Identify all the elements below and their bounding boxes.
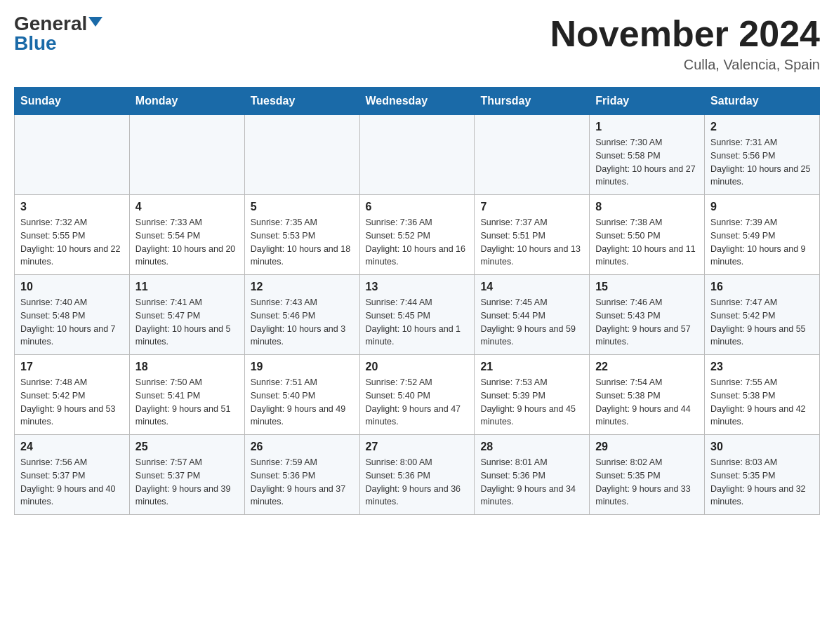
calendar-cell: 14Sunrise: 7:45 AMSunset: 5:44 PMDayligh… [475, 275, 590, 355]
calendar-cell: 25Sunrise: 7:57 AMSunset: 5:37 PMDayligh… [129, 435, 244, 515]
day-info: Sunrise: 7:38 AMSunset: 5:50 PMDaylight:… [595, 216, 699, 269]
day-info: Sunrise: 7:33 AMSunset: 5:54 PMDaylight:… [135, 216, 239, 269]
month-title: November 2024 [550, 14, 820, 54]
day-info: Sunrise: 7:50 AMSunset: 5:41 PMDaylight:… [135, 376, 239, 429]
calendar-cell: 4Sunrise: 7:33 AMSunset: 5:54 PMDaylight… [129, 195, 244, 275]
calendar-cell: 27Sunrise: 8:00 AMSunset: 5:36 PMDayligh… [359, 435, 475, 515]
calendar-cell: 29Sunrise: 8:02 AMSunset: 5:35 PMDayligh… [590, 435, 705, 515]
day-info: Sunrise: 7:32 AMSunset: 5:55 PMDaylight:… [20, 216, 124, 269]
day-number: 7 [480, 201, 583, 213]
calendar-cell: 11Sunrise: 7:41 AMSunset: 5:47 PMDayligh… [129, 275, 244, 355]
day-number: 20 [366, 361, 469, 373]
calendar-week-row: 24Sunrise: 7:56 AMSunset: 5:37 PMDayligh… [15, 435, 820, 515]
day-number: 5 [251, 201, 354, 213]
day-number: 30 [710, 441, 814, 453]
calendar-cell: 7Sunrise: 7:37 AMSunset: 5:51 PMDaylight… [475, 195, 590, 275]
calendar-cell: 9Sunrise: 7:39 AMSunset: 5:49 PMDaylight… [705, 195, 820, 275]
day-info: Sunrise: 7:41 AMSunset: 5:47 PMDaylight:… [135, 296, 239, 349]
day-number: 15 [595, 281, 699, 293]
day-info: Sunrise: 7:59 AMSunset: 5:36 PMDaylight:… [251, 456, 354, 509]
calendar-cell: 6Sunrise: 7:36 AMSunset: 5:52 PMDaylight… [359, 195, 475, 275]
day-info: Sunrise: 8:03 AMSunset: 5:35 PMDaylight:… [710, 456, 814, 509]
day-info: Sunrise: 7:56 AMSunset: 5:37 PMDaylight:… [20, 456, 124, 509]
logo-blue: Blue [14, 34, 57, 53]
column-header-sunday: Sunday [15, 88, 130, 115]
day-info: Sunrise: 7:47 AMSunset: 5:42 PMDaylight:… [710, 296, 814, 349]
calendar-cell: 3Sunrise: 7:32 AMSunset: 5:55 PMDaylight… [15, 195, 130, 275]
calendar-week-row: 17Sunrise: 7:48 AMSunset: 5:42 PMDayligh… [15, 355, 820, 435]
day-number: 8 [595, 201, 699, 213]
calendar-cell: 15Sunrise: 7:46 AMSunset: 5:43 PMDayligh… [590, 275, 705, 355]
day-info: Sunrise: 7:45 AMSunset: 5:44 PMDaylight:… [480, 296, 583, 349]
column-header-wednesday: Wednesday [359, 88, 475, 115]
day-info: Sunrise: 7:57 AMSunset: 5:37 PMDaylight:… [135, 456, 239, 509]
day-info: Sunrise: 7:36 AMSunset: 5:52 PMDaylight:… [366, 216, 469, 269]
column-header-saturday: Saturday [705, 88, 820, 115]
calendar-cell [359, 115, 475, 195]
calendar-cell: 13Sunrise: 7:44 AMSunset: 5:45 PMDayligh… [359, 275, 475, 355]
calendar-cell: 12Sunrise: 7:43 AMSunset: 5:46 PMDayligh… [244, 275, 359, 355]
column-header-monday: Monday [129, 88, 244, 115]
logo: General Blue [14, 14, 102, 53]
day-info: Sunrise: 7:43 AMSunset: 5:46 PMDaylight:… [251, 296, 354, 349]
day-info: Sunrise: 7:46 AMSunset: 5:43 PMDaylight:… [595, 296, 699, 349]
calendar-cell: 1Sunrise: 7:30 AMSunset: 5:58 PMDaylight… [590, 115, 705, 195]
day-info: Sunrise: 7:52 AMSunset: 5:40 PMDaylight:… [366, 376, 469, 429]
day-number: 28 [480, 441, 583, 453]
day-info: Sunrise: 7:31 AMSunset: 5:56 PMDaylight:… [710, 136, 814, 189]
day-number: 24 [20, 441, 124, 453]
day-info: Sunrise: 7:37 AMSunset: 5:51 PMDaylight:… [480, 216, 583, 269]
day-number: 9 [710, 201, 814, 213]
calendar-cell [475, 115, 590, 195]
calendar-cell [129, 115, 244, 195]
day-number: 16 [710, 281, 814, 293]
calendar-cell: 30Sunrise: 8:03 AMSunset: 5:35 PMDayligh… [705, 435, 820, 515]
day-number: 11 [135, 281, 239, 293]
day-info: Sunrise: 7:39 AMSunset: 5:49 PMDaylight:… [710, 216, 814, 269]
calendar-cell: 17Sunrise: 7:48 AMSunset: 5:42 PMDayligh… [15, 355, 130, 435]
day-number: 12 [251, 281, 354, 293]
day-number: 23 [710, 361, 814, 373]
day-number: 25 [135, 441, 239, 453]
logo-triangle-icon [88, 17, 102, 27]
day-number: 22 [595, 361, 699, 373]
calendar-cell: 28Sunrise: 8:01 AMSunset: 5:36 PMDayligh… [475, 435, 590, 515]
calendar-cell: 2Sunrise: 7:31 AMSunset: 5:56 PMDaylight… [705, 115, 820, 195]
day-info: Sunrise: 7:55 AMSunset: 5:38 PMDaylight:… [710, 376, 814, 429]
day-info: Sunrise: 8:00 AMSunset: 5:36 PMDaylight:… [366, 456, 469, 509]
calendar-table: SundayMondayTuesdayWednesdayThursdayFrid… [14, 87, 820, 515]
calendar-week-row: 3Sunrise: 7:32 AMSunset: 5:55 PMDaylight… [15, 195, 820, 275]
day-number: 29 [595, 441, 699, 453]
calendar-cell: 16Sunrise: 7:47 AMSunset: 5:42 PMDayligh… [705, 275, 820, 355]
calendar-cell: 21Sunrise: 7:53 AMSunset: 5:39 PMDayligh… [475, 355, 590, 435]
day-number: 13 [366, 281, 469, 293]
day-info: Sunrise: 7:51 AMSunset: 5:40 PMDaylight:… [251, 376, 354, 429]
calendar-header-row: SundayMondayTuesdayWednesdayThursdayFrid… [15, 88, 820, 115]
logo-general: General [14, 14, 87, 34]
calendar-cell: 24Sunrise: 7:56 AMSunset: 5:37 PMDayligh… [15, 435, 130, 515]
calendar-cell: 23Sunrise: 7:55 AMSunset: 5:38 PMDayligh… [705, 355, 820, 435]
column-header-thursday: Thursday [475, 88, 590, 115]
page-header: General Blue November 2024 Culla, Valenc… [14, 14, 820, 73]
day-number: 18 [135, 361, 239, 373]
day-info: Sunrise: 8:01 AMSunset: 5:36 PMDaylight:… [480, 456, 583, 509]
calendar-cell: 19Sunrise: 7:51 AMSunset: 5:40 PMDayligh… [244, 355, 359, 435]
day-info: Sunrise: 7:40 AMSunset: 5:48 PMDaylight:… [20, 296, 124, 349]
day-info: Sunrise: 7:44 AMSunset: 5:45 PMDaylight:… [366, 296, 469, 349]
calendar-week-row: 1Sunrise: 7:30 AMSunset: 5:58 PMDaylight… [15, 115, 820, 195]
day-number: 17 [20, 361, 124, 373]
day-number: 21 [480, 361, 583, 373]
day-info: Sunrise: 7:53 AMSunset: 5:39 PMDaylight:… [480, 376, 583, 429]
calendar-cell: 8Sunrise: 7:38 AMSunset: 5:50 PMDaylight… [590, 195, 705, 275]
column-header-tuesday: Tuesday [244, 88, 359, 115]
calendar-cell [15, 115, 130, 195]
calendar-cell: 10Sunrise: 7:40 AMSunset: 5:48 PMDayligh… [15, 275, 130, 355]
day-number: 2 [710, 121, 814, 133]
day-number: 4 [135, 201, 239, 213]
day-number: 14 [480, 281, 583, 293]
day-info: Sunrise: 7:35 AMSunset: 5:53 PMDaylight:… [251, 216, 354, 269]
day-number: 10 [20, 281, 124, 293]
calendar-cell: 18Sunrise: 7:50 AMSunset: 5:41 PMDayligh… [129, 355, 244, 435]
day-info: Sunrise: 7:30 AMSunset: 5:58 PMDaylight:… [595, 136, 699, 189]
day-number: 1 [595, 121, 699, 133]
